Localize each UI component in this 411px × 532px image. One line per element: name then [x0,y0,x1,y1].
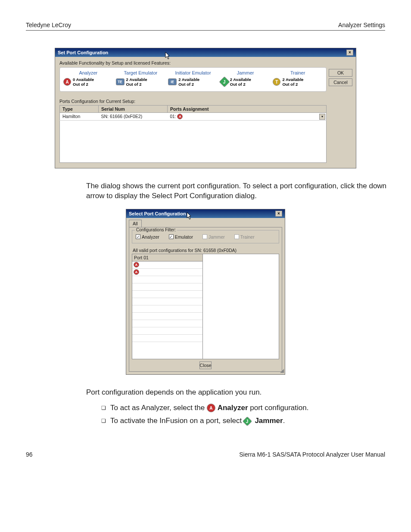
page-footer: 96 Sierra M6-1 SAS/SATA Protocol Analyze… [26,451,385,458]
chevron-down-icon[interactable]: ▾ [319,114,325,120]
cancel-button[interactable]: Cancel [329,78,352,86]
port-list[interactable]: Port 01 A A [132,254,203,359]
checkbox-icon: ✓ [136,234,140,239]
list-header: Port 01 [132,254,202,261]
col-type: Type [60,105,99,112]
target-emulator-icon: TE [116,78,125,85]
header-left: Teledyne LeCroy [26,22,71,28]
select-port-config-dialog: Select Port Configuration × All Configur… [126,209,285,375]
list-item[interactable]: A [132,261,202,269]
checkbox-icon: ✓ [169,234,174,239]
resize-grip-icon[interactable]: ◢ [280,367,284,373]
jammer-icon: J [219,77,230,87]
cell-serial: SN: 61666 (0xF0E2) [99,112,168,120]
bullet-analyzer: ❏ To act as Analyzer, select the A Analy… [101,404,385,413]
feature-initiator-emulator: Initiator Emulator IE 2 AvailableOut of … [168,70,218,87]
trainer-icon: T [273,78,280,86]
feature-analyzer: Analyzer A 0 AvailableOut of 2 [63,70,113,87]
available-functionality-label: Available Functionality by Setup and lic… [59,60,352,65]
paragraph-2: Port configuration depends on the applic… [86,388,388,398]
col-assignment: Ports Assignment [168,105,327,112]
feature-trainer: Trainer T 2 AvailableOut of 2 [273,70,323,87]
checkbox-analyzer[interactable]: ✓Analyzer [136,234,159,240]
feature-target-emulator: Target Emulator TE 2 AvailableOut of 2 [116,70,166,87]
valid-configs-label: All valid port configurations for SN: 61… [133,248,278,253]
configurations-filter-fieldset: Configurations Filter: ✓Analyzer✓Emulato… [132,230,279,243]
analyzer-icon: A [207,404,215,412]
bullet-icon: ❏ [101,405,106,411]
table-row: Hamilton SN: 61666 (0xF0E2) 01: A ▾ [60,112,327,120]
list-item[interactable]: A [132,269,202,276]
col-serial: Serial Num [99,105,168,112]
ports-config-label: Ports Configuration for Current Setup: [59,99,352,104]
analyzer-icon: A [134,269,139,275]
analyzer-icon: A [134,262,139,268]
checkbox-trainer: Trainer [234,234,255,240]
initiator-emulator-icon: IE [168,78,177,85]
ok-button[interactable]: OK [329,69,352,77]
analyzer-icon: A [63,78,71,86]
page-number: 96 [26,451,33,458]
feature-box: Analyzer A 0 AvailableOut of 2 Target Em… [59,67,327,92]
ports-grid: Type Serial Num Ports Assignment Hamilto… [59,105,327,163]
preview-pane [203,254,279,359]
dialog-title: Select Port Configuration [129,211,186,216]
paragraph-1: The dialog shows the current port config… [86,181,388,201]
checkbox-emulator[interactable]: ✓Emulator [169,234,193,240]
cell-type: Hamilton [60,112,99,120]
manual-title: Sierra M6-1 SAS/SATA Protocol Analyzer U… [239,451,385,458]
set-port-config-dialog: Set Port Configuration × Available Funct… [55,48,356,168]
bullet-icon: ❏ [101,418,106,424]
checkbox-jammer: Jammer [202,234,225,240]
dialog-titlebar: Set Port Configuration × [55,48,356,57]
close-icon[interactable]: × [275,211,282,217]
checkbox-icon [234,234,239,239]
jammer-icon: J [243,416,252,426]
dialog-titlebar: Select Port Configuration × [126,209,285,218]
bullet-jammer: ❏ To activate the InFusion on a port, se… [101,417,385,425]
dialog-title: Set Port Configuration [58,50,108,55]
tab-all[interactable]: All [129,220,142,227]
checkbox-icon [202,234,207,239]
close-button[interactable]: Close [199,361,212,369]
feature-jammer: Jammer J 2 AvailableOut of 2 [221,70,271,87]
header-right: Analyzer Settings [338,22,385,28]
close-icon[interactable]: × [346,50,353,56]
page-header: Teledyne LeCroy Analyzer Settings [26,22,385,31]
analyzer-icon: A [177,114,183,119]
cursor-icon [187,212,193,220]
cell-assignment: 01: A ▾ [168,112,327,120]
